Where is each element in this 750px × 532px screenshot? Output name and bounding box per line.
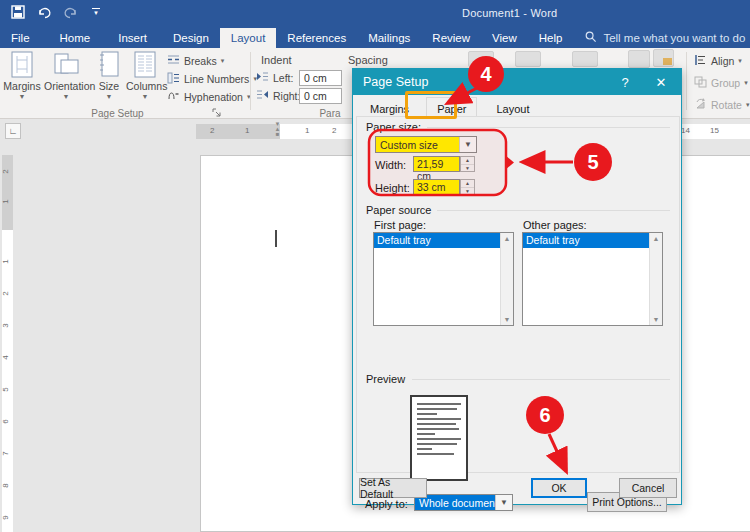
height-spinner[interactable]: ▲▼ <box>460 179 475 195</box>
size-button[interactable]: Size ▼ <box>93 51 125 113</box>
tab-insert[interactable]: Insert <box>107 28 158 48</box>
title-bar: ▼ Document1 - Word <box>0 0 750 28</box>
indent-right-input[interactable]: 0 cm <box>299 88 342 104</box>
list-item-selected[interactable]: Default tray <box>374 233 500 248</box>
hyphenation-button[interactable]: Hyphenation ▾ <box>167 90 250 104</box>
ruler-number: 1 <box>305 126 309 135</box>
scroll-up-icon[interactable]: ▲ <box>653 235 660 242</box>
tab-view[interactable]: View <box>481 28 528 48</box>
tab-review[interactable]: Review <box>421 28 481 48</box>
paper-size-value: Custom size <box>376 137 459 152</box>
undo-icon[interactable] <box>36 4 52 20</box>
chevron-down-icon: ▾ <box>746 101 750 109</box>
margins-button[interactable]: Margins ▼ <box>2 51 42 113</box>
dialog-close-button[interactable]: ✕ <box>645 69 677 95</box>
spin-up-icon[interactable]: ▲ <box>461 180 474 188</box>
rotate-label: Rotate <box>711 99 742 111</box>
apply-to-select[interactable]: Whole document ▼ <box>414 494 513 511</box>
indent-markers[interactable]: ▼▲■ <box>273 122 282 142</box>
orientation-icon <box>53 51 80 81</box>
height-label: Height: <box>375 182 410 194</box>
cancel-button[interactable]: Cancel <box>619 478 677 498</box>
ruler-number: 9 <box>1 515 10 519</box>
paper-size-select[interactable]: Custom size ▼ <box>375 136 477 153</box>
ruler-number: 7 <box>1 451 10 455</box>
text-cursor <box>275 230 277 247</box>
tab-stop-selector[interactable]: ∟ <box>5 123 21 139</box>
send-backward-icon <box>628 50 650 68</box>
listbox-scrollbar[interactable]: ▲▼ <box>649 233 662 325</box>
orientation-button[interactable]: Orientation ▼ <box>44 51 88 113</box>
ruler-margin-segment <box>196 124 280 139</box>
preview-thumbnail <box>410 395 468 481</box>
step-5-badge: 5 <box>574 143 612 181</box>
ruler-number: 3 <box>1 323 10 327</box>
tell-me-search[interactable]: Tell me what you want to do <box>573 28 745 48</box>
paper-size-section-label: Paper size: <box>366 121 427 133</box>
tab-home[interactable]: Home <box>49 28 102 48</box>
other-pages-label: Other pages: <box>523 219 587 231</box>
spin-down-icon[interactable]: ▼ <box>461 165 474 172</box>
paper-source-section-label: Paper source <box>366 204 437 216</box>
margins-label: Margins <box>3 80 40 92</box>
group-icon <box>694 76 707 90</box>
tab-design[interactable]: Design <box>162 28 220 48</box>
ok-button[interactable]: OK <box>531 478 587 498</box>
ruler-number: 2 <box>210 126 214 135</box>
ruler-number: 2 <box>332 126 336 135</box>
ruler-number: 2 <box>1 291 10 295</box>
preview-section-label: Preview <box>366 373 411 385</box>
list-item-selected[interactable]: Default tray <box>523 233 649 248</box>
chevron-down-icon: ▾ <box>744 79 748 87</box>
indent-left-label: Left: <box>273 72 293 84</box>
ruler-number: 1 <box>1 259 10 263</box>
redo-icon[interactable] <box>62 4 78 20</box>
align-button[interactable]: Align ▾ <box>694 54 742 68</box>
search-icon <box>585 31 597 45</box>
size-icon <box>98 51 120 81</box>
indent-left-icon <box>256 71 269 84</box>
breaks-label: Breaks <box>184 55 217 67</box>
chevron-down-icon: ▼ <box>2 93 42 101</box>
tab-references[interactable]: References <box>276 28 357 48</box>
rotate-button[interactable]: Rotate ▾ <box>694 98 749 112</box>
window-title: Document1 - Word <box>462 7 557 19</box>
width-spinner[interactable]: ▲▼ <box>460 156 475 172</box>
breaks-button[interactable]: Breaks ▾ <box>167 54 224 67</box>
paper-tab-highlight-box <box>405 91 457 119</box>
spin-up-icon[interactable]: ▲ <box>461 157 474 165</box>
group-button[interactable]: Group ▾ <box>694 76 748 90</box>
height-input[interactable]: 33 cm <box>413 179 460 195</box>
dialog-help-button[interactable]: ? <box>609 69 641 95</box>
first-page-listbox[interactable]: Default tray ▲▼ <box>373 232 514 326</box>
scroll-up-icon[interactable]: ▲ <box>504 235 511 242</box>
customize-qat-icon[interactable]: ▼ <box>88 4 104 20</box>
ruler-number: 1 <box>245 126 249 135</box>
tab-file[interactable]: File <box>0 28 41 48</box>
save-icon[interactable] <box>10 4 26 20</box>
scroll-down-icon[interactable]: ▼ <box>653 316 660 323</box>
chevron-down-icon: ▾ <box>221 57 225 65</box>
set-as-default-button[interactable]: Set As Default <box>359 478 427 498</box>
line-numbers-button[interactable]: Line Numbers ▾ <box>167 72 257 86</box>
hyphenation-label: Hyphenation <box>184 91 243 103</box>
line-numbers-label: Line Numbers <box>184 73 249 85</box>
tab-mailings[interactable]: Mailings <box>357 28 421 48</box>
apply-to-value: Whole document <box>415 495 495 510</box>
chevron-down-icon[interactable]: ▼ <box>495 495 512 510</box>
width-input[interactable]: 21,59 cm <box>413 156 460 172</box>
indent-left-input[interactable]: 0 cm <box>299 70 342 86</box>
scroll-down-icon[interactable]: ▼ <box>504 316 511 323</box>
other-pages-listbox[interactable]: Default tray ▲▼ <box>522 232 663 326</box>
columns-button[interactable]: Columns ▼ <box>126 51 164 113</box>
paragraph-group-label: Para <box>300 108 360 119</box>
tab-layout[interactable]: Layout <box>220 28 277 48</box>
ruler-margin-segment <box>2 155 13 230</box>
vertical-ruler[interactable]: 2 1 1 2 3 4 5 6 7 8 9 <box>2 155 13 532</box>
align-label: Align <box>711 55 734 67</box>
listbox-scrollbar[interactable]: ▲▼ <box>500 233 513 325</box>
spin-down-icon[interactable]: ▼ <box>461 188 474 195</box>
chevron-down-icon[interactable]: ▼ <box>459 137 476 152</box>
page-setup-dialog: Page Setup ? ✕ Margins Paper Layout Pape… <box>352 68 682 505</box>
tab-help[interactable]: Help <box>528 28 574 48</box>
